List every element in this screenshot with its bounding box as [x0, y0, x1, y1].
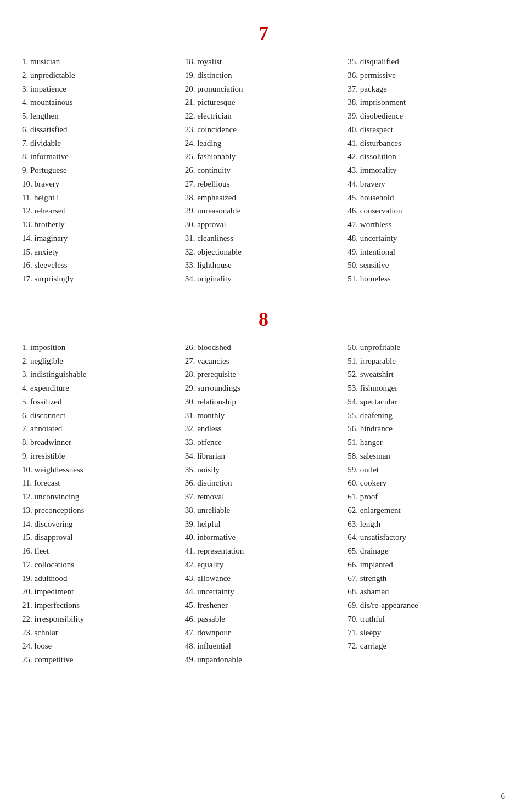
list-item: 23. scholar	[22, 626, 174, 640]
list-item: 20. pronunciation	[185, 82, 337, 96]
list-item: 24. leading	[185, 137, 337, 150]
section-8-col-3: 50. unprofitable51. irreparable52. sweat…	[342, 341, 505, 667]
list-item: 15. disapproval	[22, 531, 174, 544]
section-7-columns: 1. musician2. unpredictable3. impatience…	[22, 55, 505, 286]
list-item: 25. competitive	[22, 653, 174, 667]
list-item: 53. fishmonger	[347, 381, 500, 395]
list-item: 31. cleanliness	[185, 232, 337, 245]
list-item: 9. Portuguese	[22, 163, 174, 177]
list-item: 1. imposition	[22, 341, 174, 354]
list-item: 60. cookery	[347, 476, 500, 490]
page-number: 6	[501, 792, 506, 801]
list-item: 32. objectionable	[185, 245, 337, 259]
list-item: 16. fleet	[22, 544, 174, 558]
list-item: 50. unprofitable	[347, 341, 500, 354]
list-item: 37. package	[347, 82, 500, 96]
list-item: 45. freshener	[185, 599, 337, 612]
list-item: 36. permissive	[347, 69, 500, 82]
list-item: 40. disrespect	[347, 123, 500, 137]
list-item: 21. picturesque	[185, 95, 337, 109]
list-item: 26. bloodshed	[185, 341, 337, 354]
list-item: 9. irresistible	[22, 449, 174, 463]
section-8-header: 8	[22, 308, 505, 331]
list-item: 39. helpful	[185, 517, 337, 531]
list-item: 8. breadwinner	[22, 436, 174, 449]
list-item: 71. sleepy	[347, 626, 500, 640]
list-item: 25. fashionably	[185, 150, 337, 163]
list-item: 46. passable	[185, 612, 337, 626]
list-item: 63. length	[347, 517, 500, 531]
list-item: 21. imperfections	[22, 599, 174, 612]
section-8-col-2: 26. bloodshed27. vacancies28. prerequisi…	[180, 341, 343, 667]
list-item: 65. drainage	[347, 544, 500, 558]
list-item: 49. intentional	[347, 245, 500, 259]
list-item: 52. sweatshirt	[347, 368, 500, 381]
list-item: 47. worthless	[347, 218, 500, 232]
list-item: 67. strength	[347, 572, 500, 585]
list-item: 26. continuity	[185, 163, 337, 177]
list-item: 2. negligible	[22, 354, 174, 368]
list-item: 1. musician	[22, 55, 174, 69]
list-item: 14. imaginary	[22, 232, 174, 245]
list-item: 3. indistinguishable	[22, 368, 174, 381]
list-item: 12. rehearsed	[22, 204, 174, 218]
list-item: 29. surroundings	[185, 381, 337, 395]
list-item: 55. deafening	[347, 409, 500, 422]
list-item: 10. bravery	[22, 177, 174, 191]
list-item: 16. sleeveless	[22, 258, 174, 272]
list-item: 41. disturbances	[347, 137, 500, 150]
list-item: 30. approval	[185, 218, 337, 232]
list-item: 46. conservation	[347, 204, 500, 218]
list-item: 54. spectacular	[347, 395, 500, 409]
list-item: 23. coincidence	[185, 123, 337, 137]
list-item: 38. imprisonment	[347, 95, 500, 109]
page: 7 1. musician2. unpredictable3. impatien…	[0, 0, 527, 716]
list-item: 31. monthly	[185, 409, 337, 422]
list-item: 69. dis/re-appearance	[347, 599, 500, 612]
list-item: 4. mountainous	[22, 95, 174, 109]
list-item: 50. sensitive	[347, 258, 500, 272]
list-item: 7. annotated	[22, 422, 174, 436]
list-item: 32. endless	[185, 422, 337, 436]
list-item: 51. irreparable	[347, 354, 500, 368]
list-item: 2. unpredictable	[22, 69, 174, 82]
list-item: 66. implanted	[347, 558, 500, 572]
list-item: 6. disconnect	[22, 409, 174, 422]
list-item: 27. vacancies	[185, 354, 337, 368]
list-item: 42. equality	[185, 558, 337, 572]
list-item: 44. uncertainty	[185, 585, 337, 599]
list-item: 17. surprisingly	[22, 272, 174, 286]
section-7-col-2: 18. royalist19. distinction20. pronuncia…	[180, 55, 343, 286]
list-item: 49. unpardonable	[185, 653, 337, 667]
list-item: 70. truthful	[347, 612, 500, 626]
list-item: 48. influential	[185, 639, 337, 653]
list-item: 43. allowance	[185, 572, 337, 585]
list-item: 7. dividable	[22, 137, 174, 150]
list-item: 64. unsatisfactory	[347, 531, 500, 544]
section-7: 7 1. musician2. unpredictable3. impatien…	[22, 22, 505, 286]
list-item: 61. proof	[347, 490, 500, 504]
list-item: 6. dissatisfied	[22, 123, 174, 137]
section-8-col-1: 1. imposition2. negligible3. indistingui…	[22, 341, 180, 667]
list-item: 14. discovering	[22, 517, 174, 531]
list-item: 39. disobedience	[347, 109, 500, 123]
list-item: 62. enlargement	[347, 504, 500, 517]
list-item: 33. offence	[185, 436, 337, 449]
list-item: 19. distinction	[185, 69, 337, 82]
list-item: 13. preconceptions	[22, 504, 174, 517]
list-item: 18. royalist	[185, 55, 337, 69]
list-item: 58. salesman	[347, 449, 500, 463]
list-item: 37. removal	[185, 490, 337, 504]
list-item: 11. height i	[22, 191, 174, 205]
list-item: 35. noisily	[185, 463, 337, 477]
list-item: 20. impediment	[22, 585, 174, 599]
list-item: 4. expenditure	[22, 381, 174, 395]
list-item: 19. adulthood	[22, 572, 174, 585]
section-7-col-1: 1. musician2. unpredictable3. impatience…	[22, 55, 180, 286]
list-item: 5. lengthen	[22, 109, 174, 123]
list-item: 29. unreasonable	[185, 204, 337, 218]
list-item: 59. outlet	[347, 463, 500, 477]
list-item: 72. carriage	[347, 639, 500, 653]
list-item: 17. collocations	[22, 558, 174, 572]
list-item: 28. emphasized	[185, 191, 337, 205]
